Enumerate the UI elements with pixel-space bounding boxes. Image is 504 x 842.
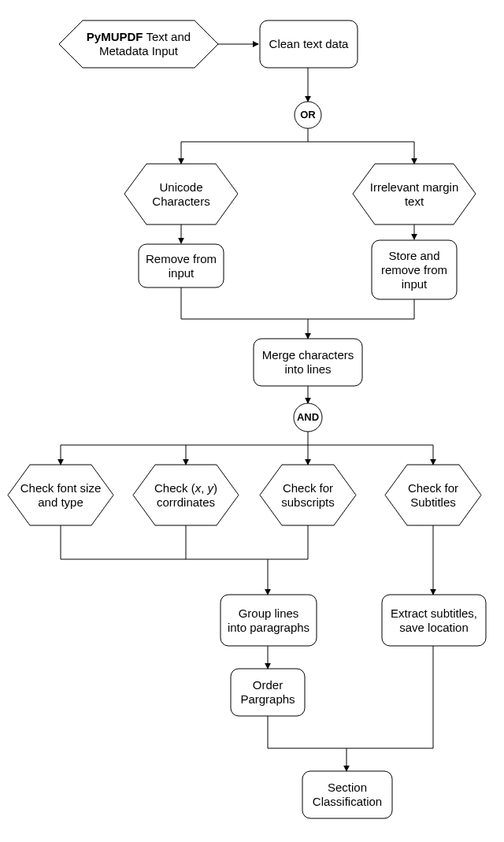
order-line2: Pargraphs bbox=[240, 692, 295, 706]
node-section: Section Classification bbox=[302, 771, 392, 818]
margin-line2: text bbox=[405, 195, 424, 208]
group-line1: Group lines bbox=[239, 606, 299, 620]
subtitle-line2: Subtitles bbox=[410, 495, 456, 509]
section-line1: Section bbox=[328, 781, 367, 794]
input-label-line2: Metadata Input bbox=[99, 44, 178, 57]
node-group-lines: Group lines into paragraphs bbox=[220, 595, 317, 646]
node-check-xy: Check (x, y) corrdinates bbox=[133, 465, 239, 525]
node-unicode: Unicode Characters bbox=[124, 164, 238, 224]
node-remove-input: Remove from input bbox=[139, 244, 224, 287]
xy-a: Check ( bbox=[154, 481, 195, 495]
input-label-rest: Text and bbox=[143, 30, 191, 43]
node-input: PyMUPDF Text and Metadata Input bbox=[59, 20, 218, 68]
xy-y: y bbox=[208, 481, 214, 495]
node-check-font: Check font size and type bbox=[8, 465, 113, 525]
gate-and: AND bbox=[294, 403, 322, 432]
unicode-line2: Characters bbox=[152, 195, 209, 208]
xy-line2: corrdinates bbox=[157, 495, 215, 509]
section-line2: Classification bbox=[313, 795, 382, 808]
subtitle-line1: Check for bbox=[408, 481, 458, 495]
font-line2: and type bbox=[38, 495, 83, 509]
extract-line1: Extract subtitles, bbox=[391, 606, 477, 620]
node-order: Order Pargraphs bbox=[231, 669, 305, 716]
sub-line1: Check for bbox=[283, 481, 333, 495]
margin-line1: Irrelevant margin bbox=[370, 180, 459, 194]
store-line1: Store and bbox=[388, 249, 439, 262]
and-label: AND bbox=[297, 411, 319, 424]
remove-line1: Remove from bbox=[146, 252, 217, 265]
merge-line1: Merge characters bbox=[262, 348, 354, 362]
node-check-subtitles: Check for Subtitles bbox=[385, 465, 481, 525]
store-line3: input bbox=[402, 277, 428, 291]
node-store-remove: Store and remove from input bbox=[372, 240, 457, 299]
group-line2: into paragraphs bbox=[228, 621, 309, 634]
xy-b: ) bbox=[213, 481, 217, 495]
order-line1: Order bbox=[253, 678, 283, 692]
or-label: OR bbox=[300, 109, 316, 121]
font-line1: Check font size bbox=[20, 481, 102, 495]
sub-line2: subscripts bbox=[281, 495, 335, 509]
node-clean-text: Clean text data bbox=[260, 20, 358, 68]
merge-line2: into lines bbox=[284, 362, 331, 376]
flowchart-canvas: PyMUPDF Text and Metadata Input Clean te… bbox=[0, 0, 504, 842]
unicode-line1: Unicode bbox=[159, 180, 202, 194]
remove-line2: input bbox=[169, 266, 195, 280]
store-line2: remove from bbox=[381, 263, 447, 276]
node-merge: Merge characters into lines bbox=[254, 339, 362, 386]
node-check-subscripts: Check for subscripts bbox=[260, 465, 356, 525]
xy-comma: , bbox=[201, 481, 207, 495]
node-margin-text: Irrelevant margin text bbox=[353, 164, 476, 224]
extract-line2: save location bbox=[399, 621, 469, 634]
node-extract-subtitles: Extract subtitles, save location bbox=[382, 595, 486, 646]
input-label-bold: PyMUPDF bbox=[87, 30, 143, 43]
gate-or: OR bbox=[295, 102, 321, 128]
clean-label: Clean text data bbox=[269, 37, 349, 51]
